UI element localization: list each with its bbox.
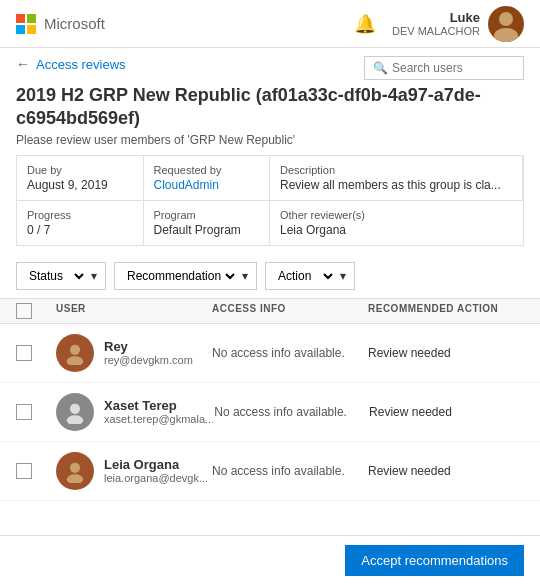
other-reviewer-label: Other reviewer(s) bbox=[280, 209, 513, 221]
recommendation-chevron-icon: ▾ bbox=[242, 269, 248, 283]
accept-recommendations-button[interactable]: Accept recommendations bbox=[345, 545, 524, 576]
notifications-icon[interactable]: 🔔 bbox=[354, 13, 376, 35]
search-bar[interactable]: 🔍 bbox=[364, 56, 524, 80]
user-info: Luke DEV MALACHOR bbox=[392, 6, 524, 42]
page-subtitle: Please review user members of 'GRP New R… bbox=[16, 133, 524, 147]
status-filter[interactable]: Status ▾ bbox=[16, 262, 106, 290]
due-label: Due by bbox=[27, 164, 133, 176]
brand-name: Microsoft bbox=[44, 15, 105, 32]
progress-label: Progress bbox=[27, 209, 133, 221]
meta-program: Program Default Program bbox=[144, 201, 271, 245]
user-name: Luke bbox=[392, 10, 480, 25]
page-header: 2019 H2 GRP New Republic (af01a33c-df0b-… bbox=[0, 80, 540, 155]
row-1-recommended-action: Review needed bbox=[368, 346, 524, 360]
action-chevron-icon: ▾ bbox=[340, 269, 346, 283]
row-2-user-name: Xaset Terep bbox=[104, 398, 214, 413]
user-avatar[interactable] bbox=[488, 6, 524, 42]
search-icon: 🔍 bbox=[373, 61, 388, 75]
row-2-user-cell: Xaset Terep xaset.terep@gkmala... bbox=[56, 393, 214, 431]
user-name-block: Luke DEV MALACHOR bbox=[392, 10, 480, 37]
col-recommended-action: RECOMMENDED ACTION bbox=[368, 303, 524, 319]
status-chevron-icon: ▾ bbox=[91, 269, 97, 283]
row-3-user-cell: Leia Organa leia.organa@devgk... bbox=[56, 452, 212, 490]
row-1-checkbox[interactable] bbox=[16, 345, 32, 361]
table-header: USER ACCESS INFO RECOMMENDED ACTION bbox=[0, 298, 540, 324]
row-2-recommended-action: Review needed bbox=[369, 405, 524, 419]
select-all-checkbox[interactable] bbox=[16, 303, 56, 319]
row-2-checkbox-cell bbox=[16, 404, 56, 420]
requested-label: Requested by bbox=[154, 164, 260, 176]
description-value: Review all members as this group is cla.… bbox=[280, 178, 512, 192]
svg-point-5 bbox=[67, 415, 83, 424]
microsoft-logo-icon bbox=[16, 14, 36, 34]
page-title: 2019 H2 GRP New Republic (af01a33c-df0b-… bbox=[16, 84, 524, 131]
description-label: Description bbox=[280, 164, 512, 176]
meta-due: Due by August 9, 2019 bbox=[17, 156, 144, 200]
bottom-bar: Accept recommendations bbox=[0, 535, 540, 585]
status-select[interactable]: Status bbox=[25, 268, 87, 284]
row-2-user-details: Xaset Terep xaset.terep@gkmala... bbox=[104, 398, 214, 425]
row-3-checkbox[interactable] bbox=[16, 463, 32, 479]
recommendation-filter[interactable]: Recommendation ▾ bbox=[114, 262, 257, 290]
top-nav: Microsoft 🔔 Luke DEV MALACHOR bbox=[0, 0, 540, 48]
ms-logo: Microsoft bbox=[16, 14, 105, 34]
meta-requested: Requested by CloudAdmin bbox=[144, 156, 271, 200]
row-1-user-name: Rey bbox=[104, 339, 193, 354]
row-3-recommended-action: Review needed bbox=[368, 464, 524, 478]
user-role: DEV MALACHOR bbox=[392, 25, 480, 37]
nav-right: 🔔 Luke DEV MALACHOR bbox=[354, 6, 524, 42]
svg-point-1 bbox=[494, 28, 518, 42]
back-arrow-icon: ← bbox=[16, 56, 30, 72]
row-2-access-info: No access info available. bbox=[214, 405, 369, 419]
table-body: Rey rey@devgkm.com No access info availa… bbox=[0, 324, 540, 501]
table-row: Rey rey@devgkm.com No access info availa… bbox=[0, 324, 540, 383]
row-3-user-email: leia.organa@devgk... bbox=[104, 472, 208, 484]
row-1-user-details: Rey rey@devgkm.com bbox=[104, 339, 193, 366]
table-row: Leia Organa leia.organa@devgk... No acce… bbox=[0, 442, 540, 501]
row-1-checkbox-cell bbox=[16, 345, 56, 361]
meta-description: Description Review all members as this g… bbox=[270, 156, 523, 200]
breadcrumb-label[interactable]: Access reviews bbox=[36, 57, 126, 72]
program-label: Program bbox=[154, 209, 260, 221]
row-3-checkbox-cell bbox=[16, 463, 56, 479]
table-row: Xaset Terep xaset.terep@gkmala... No acc… bbox=[0, 383, 540, 442]
svg-point-4 bbox=[70, 404, 80, 414]
meta-other-reviewer: Other reviewer(s) Leia Organa bbox=[270, 201, 523, 245]
due-value: August 9, 2019 bbox=[27, 178, 133, 192]
svg-point-0 bbox=[499, 12, 513, 26]
row-1-avatar bbox=[56, 334, 94, 372]
row-1-user-cell: Rey rey@devgkm.com bbox=[56, 334, 212, 372]
svg-point-3 bbox=[67, 356, 83, 365]
row-2-avatar bbox=[56, 393, 94, 431]
requested-value[interactable]: CloudAdmin bbox=[154, 178, 260, 192]
row-3-user-details: Leia Organa leia.organa@devgk... bbox=[104, 457, 208, 484]
row-3-access-info: No access info available. bbox=[212, 464, 368, 478]
row-3-avatar bbox=[56, 452, 94, 490]
row-2-checkbox[interactable] bbox=[16, 404, 32, 420]
row-1-user-email: rey@devgkm.com bbox=[104, 354, 193, 366]
meta-progress: Progress 0 / 7 bbox=[17, 201, 144, 245]
svg-point-2 bbox=[70, 345, 80, 355]
col-access-info: ACCESS INFO bbox=[212, 303, 368, 319]
program-value: Default Program bbox=[154, 223, 260, 237]
col-user: USER bbox=[56, 303, 212, 319]
svg-point-7 bbox=[67, 474, 83, 483]
recommendation-select[interactable]: Recommendation bbox=[123, 268, 238, 284]
meta-grid: Due by August 9, 2019 Requested by Cloud… bbox=[16, 155, 524, 246]
row-3-user-name: Leia Organa bbox=[104, 457, 208, 472]
action-filter[interactable]: Action ▾ bbox=[265, 262, 355, 290]
other-reviewer-value: Leia Organa bbox=[280, 223, 513, 237]
row-2-user-email: xaset.terep@gkmala... bbox=[104, 413, 214, 425]
search-input[interactable] bbox=[392, 61, 522, 75]
svg-point-6 bbox=[70, 463, 80, 473]
action-select[interactable]: Action bbox=[274, 268, 336, 284]
row-1-access-info: No access info available. bbox=[212, 346, 368, 360]
progress-value: 0 / 7 bbox=[27, 223, 133, 237]
filters: Status ▾ Recommendation ▾ Action ▾ bbox=[0, 258, 540, 298]
